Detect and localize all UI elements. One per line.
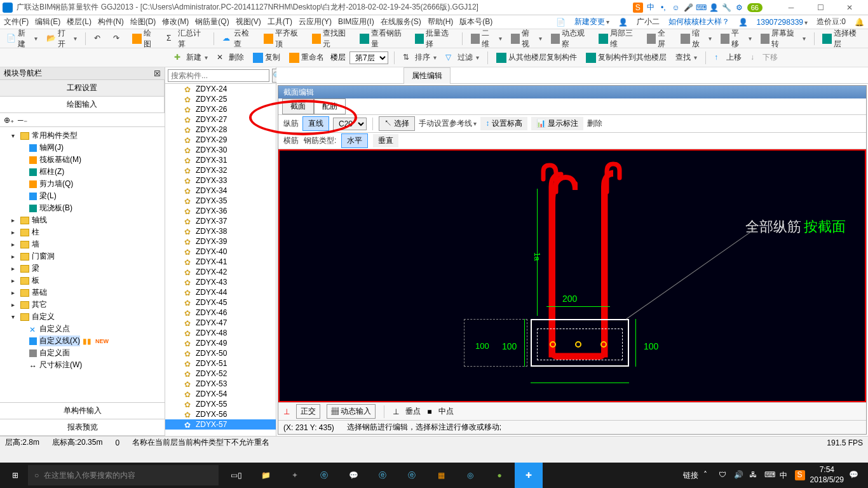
flat-button[interactable]: 平齐板顶 [261, 27, 306, 51]
list-item[interactable]: ✿ZDYX-50 [165, 348, 276, 358]
tab-rebar[interactable]: 配筋 [314, 98, 346, 114]
edge2-icon[interactable]: ⓔ [369, 463, 397, 488]
filter-button[interactable]: ▽过滤 [443, 51, 482, 64]
ime-tool-icon[interactable]: 🔧 [722, 3, 732, 13]
collapse-icon[interactable]: ─₋ [18, 116, 27, 125]
list-item[interactable]: ✿ZDYX-34 [165, 186, 276, 196]
list-item[interactable]: ✿ZDYX-32 [165, 165, 276, 175]
tree-cface[interactable]: 自定义面 [3, 347, 162, 359]
expand-icon[interactable]: ⊕₊ [4, 116, 14, 125]
ime-badge[interactable]: 66 [747, 3, 763, 12]
open-button[interactable]: 📂打开 [44, 27, 80, 51]
tab-project-settings[interactable]: 工程设置 [0, 80, 165, 96]
list-item[interactable]: ✿ZDYX-29 [165, 135, 276, 145]
horiz-button[interactable]: 水平 [341, 133, 368, 148]
ime-punct-icon[interactable]: •, [658, 3, 668, 13]
pan-button[interactable]: 平移 [718, 27, 754, 51]
batch-button[interactable]: 批量选择 [412, 27, 457, 51]
explorer-icon[interactable]: 📁 [252, 463, 280, 488]
menu-edit[interactable]: 编辑(E) [35, 17, 60, 27]
list-item[interactable]: ✿ZDYX-57 [165, 419, 276, 430]
tray-ime-icon[interactable]: 中 [780, 470, 790, 480]
snap-perp[interactable]: 垂点 [405, 406, 421, 417]
tab-section[interactable]: 截面 [282, 98, 314, 114]
edge-icon[interactable]: ⓔ [310, 463, 338, 488]
tree-cdim[interactable]: ↔尺寸标注(W) [3, 359, 162, 371]
menu-bim[interactable]: BIM应用(I) [338, 17, 374, 27]
app-icon-1[interactable]: ✦ [281, 463, 309, 488]
bottom-tab-report[interactable]: 报表预览 [0, 419, 165, 436]
list-item[interactable]: ✿ZDYX-54 [165, 389, 276, 399]
list-item[interactable]: ✿ZDYX-48 [165, 328, 276, 338]
list-item[interactable]: ✿ZDYX-31 [165, 155, 276, 165]
find-button[interactable]: 查找图元 [309, 27, 354, 51]
cloud-check-button[interactable]: ☁云检查 [220, 27, 257, 51]
view2d-button[interactable]: 二维 [468, 27, 505, 51]
delete-button[interactable]: 删除 [587, 118, 602, 129]
tree-raft[interactable]: 筏板基础(M) [3, 154, 162, 166]
list-item[interactable]: ✿ZDYX-53 [165, 379, 276, 389]
draw-button[interactable]: 绘图 [130, 27, 160, 51]
list-item[interactable]: ✿ZDYX-36 [165, 206, 276, 216]
tray-sogou-icon[interactable]: S [795, 470, 805, 480]
list-item[interactable]: ✿ZDYX-41 [165, 257, 276, 267]
steel-button[interactable]: 查看钢筋量 [357, 27, 409, 51]
list-item[interactable]: ✿ZDYX-37 [165, 216, 276, 226]
task-view-icon[interactable]: ▭▯ [222, 463, 250, 488]
search-input[interactable] [168, 69, 269, 82]
ime-user-icon[interactable]: 👤 [709, 3, 719, 13]
tree-ncol[interactable]: ▸柱 [3, 226, 162, 238]
menu-floor[interactable]: 楼层(L) [67, 17, 92, 27]
list-item[interactable]: ✿ZDYX-40 [165, 247, 276, 257]
list-item[interactable]: ✿ZDYX-46 [165, 308, 276, 318]
tree-nother[interactable]: ▸其它 [3, 299, 162, 311]
rename-button[interactable]: 重命名 [287, 51, 327, 64]
app-icon-3[interactable]: ◎ [456, 463, 484, 488]
tree-nopen[interactable]: ▸门窗洞 [3, 250, 162, 262]
menu-modify[interactable]: 修改(M) [162, 17, 189, 27]
app-icon-5[interactable]: ✚ [515, 463, 543, 488]
list-item[interactable]: ✿ZDYX-44 [165, 287, 276, 297]
clock[interactable]: 7:54 2018/5/29 [810, 465, 844, 485]
close-button[interactable]: ✕ [840, 3, 859, 12]
tree-cpoint[interactable]: ✕自定义点 [3, 323, 162, 335]
list-item[interactable]: ✿ZDYX-24 [165, 84, 276, 94]
full-button[interactable]: 全屏 [644, 27, 675, 51]
list-item[interactable]: ✿ZDYX-43 [165, 277, 276, 287]
start-button[interactable]: ⊞ [3, 463, 28, 488]
tree-root[interactable]: ▾常用构件类型 [3, 130, 162, 142]
tree-nbeam[interactable]: ▸梁 [3, 262, 162, 274]
list-item[interactable]: ✿ZDYX-25 [165, 94, 276, 104]
menu-help[interactable]: 帮助(H) [428, 17, 454, 27]
list-item[interactable]: ✿ZDYX-38 [165, 226, 276, 236]
tray-up-icon[interactable]: ˄ [703, 470, 714, 480]
list-item[interactable]: ✿ZDYX-26 [165, 104, 276, 114]
ime-smile-icon[interactable]: ☺ [671, 3, 681, 13]
snap-mid[interactable]: 中点 [438, 406, 454, 417]
new2-button[interactable]: ✚新建 [172, 51, 210, 64]
taskbar-search[interactable]: ○ 在这里输入你要搜索的内容 [28, 465, 219, 485]
maximize-button[interactable]: ☐ [811, 3, 830, 12]
sort-button[interactable]: ⇅排序 [400, 51, 439, 64]
tree-nslab[interactable]: ▸板 [3, 274, 162, 287]
ime-zhong-icon[interactable]: 中 [646, 3, 656, 13]
tree-ncustom[interactable]: ▾自定义 [3, 311, 162, 323]
ime-kbd-icon[interactable]: ⌨ [696, 3, 707, 13]
menu-draw[interactable]: 绘图(D) [130, 17, 156, 27]
list-item[interactable]: ✿ZDYX-42 [165, 267, 276, 277]
grade-select[interactable]: C20 [333, 118, 367, 130]
select-floor-button[interactable]: 选择楼层 [820, 27, 864, 51]
copy-from-button[interactable]: 从其他楼层复制构件 [494, 51, 580, 64]
list-item[interactable]: ✿ZDYX-51 [165, 358, 276, 369]
find2-button[interactable]: 查找 [673, 51, 700, 64]
app-icon-4[interactable]: ● [485, 463, 513, 488]
floor-select[interactable]: 第7层 [349, 51, 388, 64]
chat-icon[interactable]: 💬 [339, 463, 367, 488]
tree-nfound[interactable]: ▸基础 [3, 287, 162, 299]
tab-draw-input[interactable]: 绘图输入 [0, 97, 165, 112]
tray-vol-icon[interactable]: 🔊 [734, 470, 744, 480]
down-button[interactable]: ↓下移 [748, 51, 780, 64]
copy2-button[interactable]: 复制 [250, 51, 283, 64]
tree-beam[interactable]: 梁(L) [3, 190, 162, 202]
line-button[interactable]: 直线 [302, 116, 329, 131]
